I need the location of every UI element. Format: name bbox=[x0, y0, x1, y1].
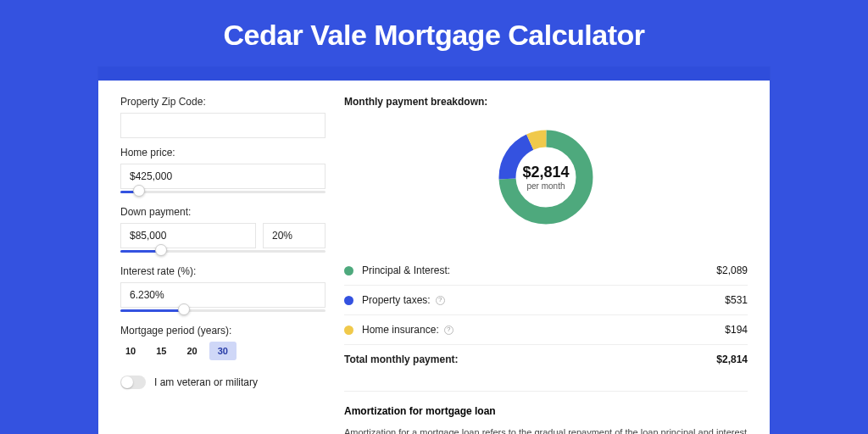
total-label: Total monthly payment: bbox=[344, 353, 716, 365]
interest-rate-input[interactable] bbox=[120, 282, 326, 308]
amortization-body: Amortization for a mortgage loan refers … bbox=[344, 426, 748, 434]
breakdown-label: Principal & Interest: bbox=[362, 264, 716, 276]
interest-rate-label: Interest rate (%): bbox=[120, 265, 326, 277]
breakdown-row-total: Total monthly payment: $2,814 bbox=[344, 344, 748, 374]
interest-rate-slider[interactable] bbox=[120, 306, 326, 316]
veteran-label: I am veteran or military bbox=[154, 376, 258, 388]
results-panel: Monthly payment breakdown: $2,814 per mo… bbox=[344, 96, 748, 434]
breakdown-row: Property taxes:?$531 bbox=[344, 285, 748, 314]
info-icon[interactable]: ? bbox=[444, 326, 453, 335]
down-payment-slider[interactable] bbox=[120, 247, 326, 257]
period-label: Mortgage period (years): bbox=[120, 325, 326, 337]
home-price-slider[interactable] bbox=[120, 187, 326, 198]
page-title: Cedar Vale Mortgage Calculator bbox=[0, 0, 868, 67]
input-panel: Property Zip Code: Home price: Down paym… bbox=[120, 96, 326, 434]
legend-dot-icon bbox=[344, 266, 353, 275]
field-period: Mortgage period (years): 10152030 bbox=[120, 325, 326, 360]
period-option-30[interactable]: 30 bbox=[209, 342, 236, 360]
field-interest-rate: Interest rate (%): bbox=[120, 265, 326, 316]
toggle-knob-icon bbox=[121, 376, 133, 388]
field-down-payment: Down payment: bbox=[120, 206, 326, 257]
period-option-20[interactable]: 20 bbox=[179, 342, 206, 360]
donut-chart: $2,814 per month bbox=[344, 116, 748, 238]
down-payment-label: Down payment: bbox=[120, 206, 326, 218]
donut-center-sub: per month bbox=[522, 181, 569, 191]
field-zip: Property Zip Code: bbox=[120, 96, 326, 138]
field-home-price: Home price: bbox=[120, 147, 326, 198]
breakdown-row: Home insurance:?$194 bbox=[344, 314, 748, 344]
breakdown-label: Home insurance:? bbox=[362, 324, 725, 336]
breakdown-row: Principal & Interest:$2,089 bbox=[344, 255, 748, 285]
total-value: $2,814 bbox=[716, 353, 748, 365]
veteran-toggle[interactable] bbox=[120, 376, 146, 389]
zip-label: Property Zip Code: bbox=[120, 96, 326, 108]
breakdown-title: Monthly payment breakdown: bbox=[344, 96, 748, 108]
amortization-title: Amortization for mortgage loan bbox=[344, 405, 748, 417]
donut-center-amount: $2,814 bbox=[522, 164, 569, 181]
legend-dot-icon bbox=[344, 326, 353, 335]
period-option-10[interactable]: 10 bbox=[120, 342, 144, 360]
amortization-section: Amortization for mortgage loan Amortizat… bbox=[344, 391, 748, 434]
down-payment-amount-input[interactable] bbox=[120, 223, 256, 248]
breakdown-value: $531 bbox=[725, 294, 748, 306]
breakdown-value: $194 bbox=[725, 324, 748, 336]
period-option-15[interactable]: 15 bbox=[147, 342, 175, 360]
info-icon[interactable]: ? bbox=[436, 296, 445, 305]
legend-dot-icon bbox=[344, 296, 353, 305]
down-payment-percent-input[interactable] bbox=[263, 223, 326, 248]
breakdown-value: $2,089 bbox=[716, 264, 748, 276]
veteran-row: I am veteran or military bbox=[120, 376, 326, 389]
zip-input[interactable] bbox=[120, 113, 326, 138]
home-price-label: Home price: bbox=[120, 147, 326, 159]
calculator-card: Property Zip Code: Home price: Down paym… bbox=[98, 67, 770, 434]
breakdown-label: Property taxes:? bbox=[362, 294, 725, 306]
home-price-input[interactable] bbox=[120, 164, 326, 189]
